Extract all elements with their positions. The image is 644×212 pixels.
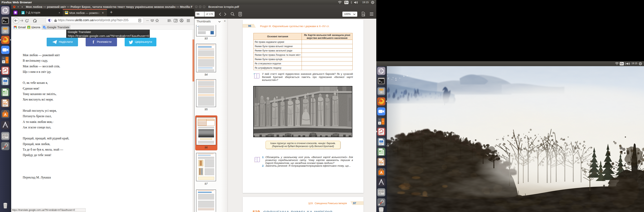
svg-text:+: + <box>379 122 380 124</box>
svg-text:−: − <box>379 118 380 121</box>
svg-text:=: = <box>382 120 384 123</box>
svg-text:=: = <box>6 59 8 61</box>
svg-text:−: − <box>3 57 4 60</box>
svg-text:+: + <box>3 61 4 63</box>
